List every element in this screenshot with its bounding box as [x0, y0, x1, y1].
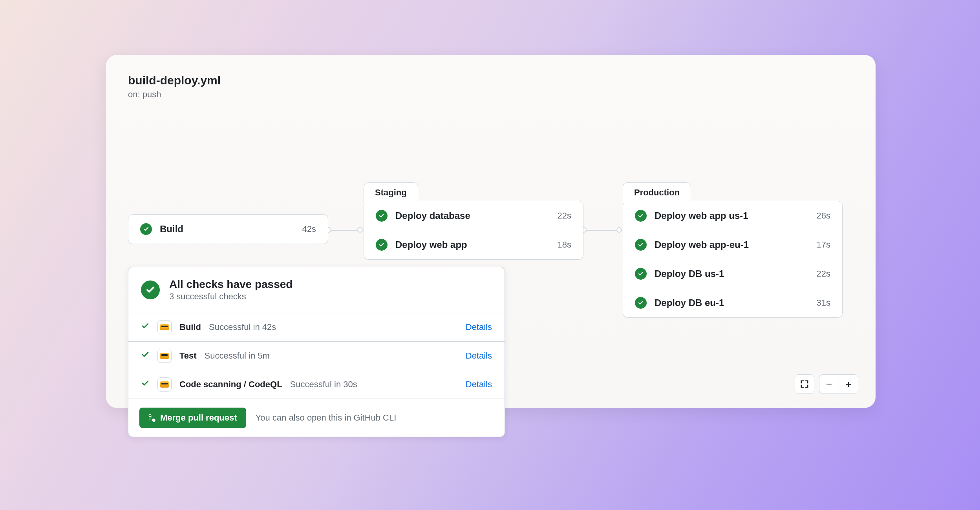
- job-time: 31s: [817, 298, 830, 308]
- check-icon: [141, 322, 150, 333]
- connector: [328, 230, 360, 231]
- checks-header: All checks have passed 3 successful chec…: [128, 267, 505, 313]
- check-item: Code scanning / CodeQL Successful in 30s…: [128, 370, 505, 399]
- success-icon: [635, 210, 647, 222]
- job-row: Deploy database 22s: [364, 201, 583, 230]
- workflow-trigger: on: push: [128, 89, 854, 100]
- minus-icon: −: [826, 378, 832, 390]
- success-icon: [140, 223, 152, 235]
- success-icon: [635, 239, 647, 251]
- checks-title: All checks have passed: [169, 278, 293, 291]
- check-icon: [141, 350, 150, 361]
- job-row: Deploy DB us-1 22s: [623, 259, 842, 288]
- zoom-controls: − +: [795, 374, 858, 394]
- stage-tab: Production: [623, 182, 691, 202]
- check-item: Test Successful in 5m Details: [128, 341, 505, 370]
- fullscreen-button[interactable]: [795, 374, 814, 394]
- job-time: 22s: [558, 211, 571, 221]
- checks-panel: All checks have passed 3 successful chec…: [128, 267, 505, 437]
- job-name: Deploy web app: [395, 239, 550, 250]
- job-row: Deploy web app 18s: [364, 230, 583, 259]
- stage-build[interactable]: Build 42s: [128, 214, 328, 244]
- zoom-in-button[interactable]: +: [839, 374, 858, 394]
- success-icon: [376, 239, 388, 251]
- details-link[interactable]: Details: [466, 351, 492, 361]
- checks-footer: Merge pull request You can also open thi…: [128, 399, 505, 437]
- connector-dot: [616, 227, 622, 233]
- success-icon: [141, 280, 160, 299]
- job-row: Build 42s: [128, 215, 328, 244]
- success-icon: [635, 297, 647, 309]
- job-time: 26s: [817, 211, 830, 221]
- connector-dot: [357, 227, 363, 233]
- success-icon: [635, 268, 647, 280]
- connector: [583, 230, 619, 231]
- check-name: Test: [179, 351, 197, 361]
- job-name: Deploy database: [395, 210, 550, 221]
- details-link[interactable]: Details: [466, 322, 492, 332]
- success-icon: [376, 210, 388, 222]
- workflow-card: build-deploy.yml on: push Build 42s Stag…: [106, 55, 876, 408]
- check-icon: [141, 379, 150, 390]
- job-name: Deploy DB us-1: [655, 268, 809, 279]
- check-status: Successful in 42s: [209, 322, 276, 332]
- job-row: Deploy web app-eu-1 17s: [623, 230, 842, 259]
- merge-pull-request-button[interactable]: Merge pull request: [139, 408, 246, 428]
- check-status: Successful in 30s: [290, 379, 357, 390]
- git-merge-icon: [148, 414, 156, 422]
- job-time: 17s: [817, 240, 830, 250]
- checks-subtitle: 3 successful checks: [169, 291, 293, 302]
- actions-logo-icon: [157, 377, 172, 392]
- workflow-filename: build-deploy.yml: [128, 74, 854, 87]
- job-time: 18s: [558, 240, 571, 250]
- actions-logo-icon: [157, 349, 172, 363]
- check-name: Code scanning / CodeQL: [179, 379, 282, 390]
- plus-icon: +: [845, 378, 851, 390]
- check-item: Build Successful in 42s Details: [128, 313, 505, 341]
- job-row: Deploy web app us-1 26s: [623, 201, 842, 230]
- actions-logo-icon: [157, 320, 172, 334]
- details-link[interactable]: Details: [466, 379, 492, 390]
- job-time: 22s: [817, 269, 830, 279]
- job-name: Deploy DB eu-1: [655, 297, 809, 308]
- stage-production[interactable]: Production Deploy web app us-1 26s Deplo…: [623, 201, 843, 318]
- job-name: Deploy web app-eu-1: [655, 239, 809, 250]
- fullscreen-icon: [800, 380, 809, 388]
- cli-hint: You can also open this in GitHub CLI: [256, 413, 397, 423]
- stage-staging[interactable]: Staging Deploy database 22s Deploy web a…: [364, 201, 583, 260]
- job-row: Deploy DB eu-1 31s: [623, 288, 842, 317]
- check-status: Successful in 5m: [205, 351, 270, 361]
- merge-button-label: Merge pull request: [160, 413, 237, 423]
- job-time: 42s: [302, 224, 316, 234]
- zoom-out-button[interactable]: −: [819, 374, 839, 394]
- stage-tab: Staging: [364, 182, 418, 202]
- check-name: Build: [179, 322, 201, 332]
- job-name: Build: [160, 224, 294, 235]
- job-name: Deploy web app us-1: [655, 210, 809, 221]
